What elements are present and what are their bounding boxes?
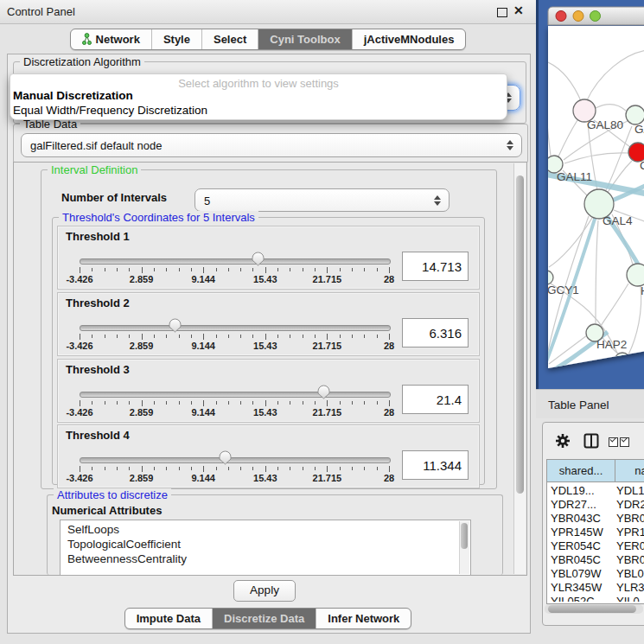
checkbox-checked-icon[interactable]: [609, 437, 618, 447]
table-cell: YDR2: [616, 498, 644, 511]
columns-icon[interactable]: [583, 433, 599, 449]
apply-button[interactable]: Apply: [233, 580, 296, 602]
network-node-node-partial[interactable]: [615, 353, 630, 368]
node-table[interactable]: shared...naYDL19...YDL1YDR27...YDR2YBR04…: [546, 459, 644, 604]
threshold-slider-thumb[interactable]: [251, 252, 265, 266]
interval-definition-group: Interval Definition Number of Intervals …: [41, 169, 497, 489]
table-cell: YIL052C: [551, 595, 595, 602]
tab-label: Style: [163, 33, 190, 46]
attribute-item[interactable]: TopologicalCoefficient: [67, 538, 181, 551]
zoom-traffic-light[interactable]: [590, 11, 601, 22]
slider-tick-label: 21.715: [313, 341, 342, 351]
table-row[interactable]: YPR145WYPR1: [547, 526, 644, 539]
table-row[interactable]: YDR27...YDR2: [547, 498, 644, 512]
table-header-name[interactable]: na: [615, 460, 644, 482]
tab-style[interactable]: Style: [151, 29, 201, 49]
close-icon[interactable]: ✕: [513, 3, 524, 17]
threshold-slider-thumb[interactable]: [218, 450, 233, 465]
tab-select[interactable]: Select: [201, 29, 258, 49]
network-node-GA[interactable]: [626, 105, 644, 124]
table-header-shared[interactable]: shared...: [547, 460, 615, 482]
float-window-icon[interactable]: [497, 8, 507, 17]
attributes-group-title: Attributes to discretize: [54, 488, 171, 501]
table-cell: YDR27...: [551, 498, 596, 511]
table-panel-window: shared...naYDL19...YDL1YDR27...YDR2YBR04…: [542, 422, 644, 626]
tab-label: jActiveMNodules: [364, 33, 455, 46]
thresholds-group: Threshold's Coordinates for 5 Intervals …: [52, 217, 485, 485]
node-label: GAL11: [557, 170, 592, 183]
network-node-GCY1[interactable]: [539, 271, 553, 284]
tab-impute-data[interactable]: Impute Data: [125, 609, 212, 628]
table-cell: YPR1: [616, 526, 644, 539]
tab-cyni-toolbox[interactable]: Cyni Toolbox: [258, 29, 351, 49]
cyni-toolbox-panel: Discretization Algorithm Select algorith…: [7, 54, 531, 634]
table-row[interactable]: YBR043CYBR0: [547, 512, 644, 526]
table-row[interactable]: YBR045CYBR0: [547, 553, 644, 567]
tab-label: Cyni Toolbox: [270, 33, 340, 46]
checkbox-checked-icon[interactable]: [620, 437, 629, 447]
node-label: HAP2: [596, 338, 627, 351]
threshold-slider-track[interactable]: [80, 258, 391, 265]
slider-tick-label: 21.715: [313, 407, 342, 418]
tab-label: Network: [96, 33, 140, 46]
table-data-combobox[interactable]: galFiltered.sif default node: [21, 133, 522, 157]
slider-tick-label: 2.859: [130, 473, 154, 483]
vertical-scrollbar[interactable]: [513, 163, 526, 574]
algorithm-dropdown-popup: Select algorithm to view settings Manual…: [10, 73, 507, 120]
table-cell: YBR0: [616, 553, 644, 566]
threshold-slider-track[interactable]: [80, 457, 391, 463]
slider-ticks: [80, 267, 389, 275]
close-traffic-light[interactable]: [556, 11, 566, 22]
gear-icon[interactable]: [555, 433, 571, 449]
table-row[interactable]: YIL052CYIL0: [547, 595, 644, 602]
table-cell: YIL0: [616, 595, 640, 602]
network-node-H[interactable]: [627, 264, 644, 286]
tab-discretize-data[interactable]: Discretize Data: [212, 609, 316, 628]
slider-ticks: [80, 466, 389, 474]
tab-network[interactable]: Network: [71, 29, 151, 49]
threshold-slider-thumb[interactable]: [168, 318, 182, 333]
attribute-item[interactable]: BetweennessCentrality: [67, 552, 187, 565]
number-of-intervals-combobox[interactable]: 5: [194, 188, 450, 212]
control-panel-tabbar: NetworkStyleSelectCyni ToolboxjActiveMNo…: [0, 29, 536, 50]
scrollbar-thumb[interactable]: [461, 523, 468, 549]
numerical-attributes-list[interactable]: SelfLoopsTopologicalCoefficientBetweenne…: [60, 520, 471, 576]
scrollbar-thumb[interactable]: [516, 175, 524, 494]
table-cell: YLR345W: [551, 581, 602, 594]
threshold-slider-track[interactable]: [80, 392, 391, 398]
slider-tick-label: 9.144: [191, 473, 215, 483]
threshold-panel: Threshold 3-3.4262.8599.14415.4321.71528…: [57, 359, 480, 423]
scrollbar-thumb[interactable]: [548, 605, 636, 613]
control-panel-title: Control Panel: [7, 5, 75, 18]
network-view: GAL80GACGAL11GAL4GCY1HHAP2: [539, 0, 644, 391]
node-label: GCY1: [547, 284, 579, 296]
slider-tick-label: 15.43: [253, 473, 277, 483]
algorithm-option[interactable]: Manual Discretization: [13, 89, 133, 102]
threshold-panel: Threshold 1-3.4262.8599.14415.4321.71528…: [57, 226, 480, 290]
number-of-intervals-value: 5: [204, 194, 210, 207]
table-row[interactable]: YER054CYER0: [547, 539, 644, 553]
attribute-item[interactable]: SelfLoops: [67, 523, 119, 536]
horizontal-scrollbar[interactable]: [545, 604, 643, 614]
table-cell: YBR043C: [551, 512, 601, 525]
list-scrollbar[interactable]: [459, 521, 469, 574]
slider-tick-label: -3.426: [66, 274, 92, 284]
threshold-slider-thumb[interactable]: [316, 385, 331, 399]
threshold-value-field[interactable]: 21.4: [402, 385, 469, 414]
threshold-slider-track[interactable]: [80, 325, 391, 331]
tab-label: Select: [214, 33, 246, 46]
minimize-traffic-light[interactable]: [573, 11, 583, 22]
algorithm-option[interactable]: Equal Width/Frequency Discretization: [13, 104, 207, 117]
table-row[interactable]: YDL19...YDL1: [547, 484, 644, 498]
threshold-value-field[interactable]: 11.344: [402, 450, 469, 480]
slider-tick-label: 2.859: [130, 341, 154, 351]
table-row[interactable]: YLR345WYLR3: [547, 581, 644, 595]
slider-tick-label: 28: [384, 407, 394, 418]
table-row[interactable]: YBL079WYBL0: [547, 567, 644, 581]
tab-jactivemnodules[interactable]: jActiveMNodules: [352, 29, 466, 49]
tab-label: Infer Network: [328, 612, 399, 625]
table-panel-title: Table Panel: [548, 399, 609, 411]
tab-infer-network[interactable]: Infer Network: [316, 609, 411, 628]
threshold-value-field[interactable]: 6.316: [402, 318, 469, 348]
threshold-value-field[interactable]: 14.713: [402, 252, 469, 281]
